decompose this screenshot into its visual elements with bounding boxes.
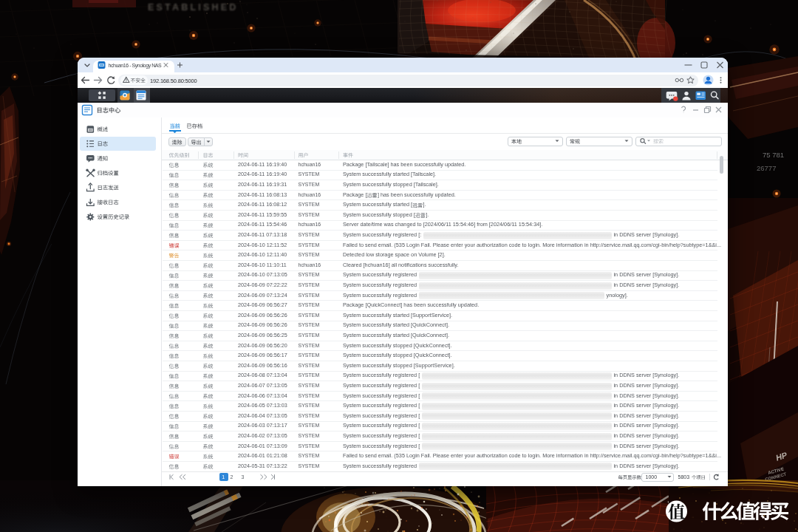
- svg-text:ESTABLISHED: ESTABLISHED: [148, 2, 238, 13]
- svg-text:26777: 26777: [757, 164, 776, 172]
- svg-text:75 781: 75 781: [763, 151, 784, 159]
